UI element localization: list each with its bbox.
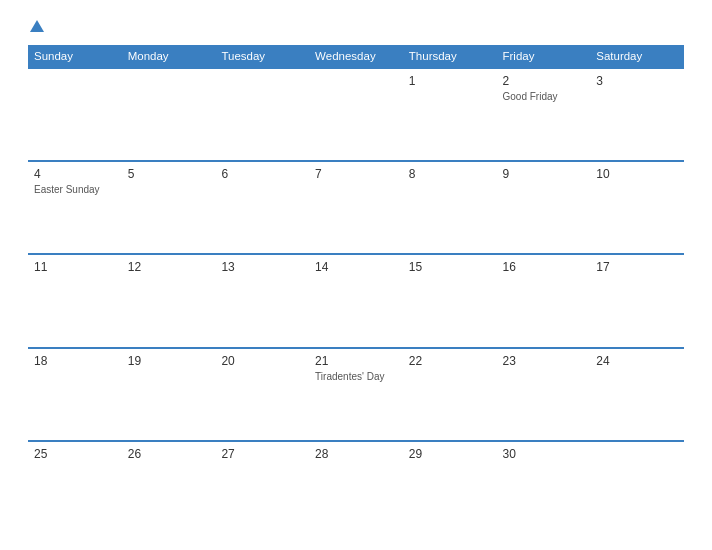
day-number: 6	[221, 167, 303, 181]
calendar-cell: 15	[403, 254, 497, 347]
calendar-cell: 28	[309, 441, 403, 534]
day-number: 8	[409, 167, 491, 181]
calendar-cell	[309, 68, 403, 161]
day-number: 21	[315, 354, 397, 368]
day-number: 16	[503, 260, 585, 274]
calendar-cell: 3	[590, 68, 684, 161]
calendar-cell	[28, 68, 122, 161]
calendar-cell: 22	[403, 348, 497, 441]
day-number: 22	[409, 354, 491, 368]
calendar-cell: 23	[497, 348, 591, 441]
calendar-week-5: 252627282930	[28, 441, 684, 534]
day-number: 27	[221, 447, 303, 461]
calendar-page: SundayMondayTuesdayWednesdayThursdayFrid…	[0, 0, 712, 550]
calendar-cell: 27	[215, 441, 309, 534]
day-number: 4	[34, 167, 116, 181]
day-number: 20	[221, 354, 303, 368]
calendar-header-row: SundayMondayTuesdayWednesdayThursdayFrid…	[28, 45, 684, 68]
calendar-cell: 17	[590, 254, 684, 347]
day-number: 15	[409, 260, 491, 274]
day-number: 11	[34, 260, 116, 274]
calendar-cell: 1	[403, 68, 497, 161]
logo	[28, 20, 44, 33]
holiday-label: Tiradentes' Day	[315, 370, 397, 383]
day-number: 7	[315, 167, 397, 181]
day-number: 1	[409, 74, 491, 88]
calendar-cell: 30	[497, 441, 591, 534]
calendar-cell: 26	[122, 441, 216, 534]
calendar-cell: 21Tiradentes' Day	[309, 348, 403, 441]
calendar-cell: 4Easter Sunday	[28, 161, 122, 254]
weekday-header-sunday: Sunday	[28, 45, 122, 68]
calendar-cell: 5	[122, 161, 216, 254]
day-number: 14	[315, 260, 397, 274]
calendar-cell: 6	[215, 161, 309, 254]
calendar-week-2: 4Easter Sunday5678910	[28, 161, 684, 254]
calendar-header	[28, 20, 684, 33]
day-number: 12	[128, 260, 210, 274]
calendar-cell: 29	[403, 441, 497, 534]
day-number: 23	[503, 354, 585, 368]
weekday-header-wednesday: Wednesday	[309, 45, 403, 68]
weekday-header-saturday: Saturday	[590, 45, 684, 68]
calendar-cell: 25	[28, 441, 122, 534]
day-number: 3	[596, 74, 678, 88]
calendar-cell: 24	[590, 348, 684, 441]
day-number: 2	[503, 74, 585, 88]
calendar-cell: 9	[497, 161, 591, 254]
logo-general	[28, 20, 44, 33]
day-number: 29	[409, 447, 491, 461]
calendar-cell: 16	[497, 254, 591, 347]
calendar-cell: 12	[122, 254, 216, 347]
holiday-label: Good Friday	[503, 90, 585, 103]
calendar-cell	[122, 68, 216, 161]
calendar-cell: 10	[590, 161, 684, 254]
weekday-header-friday: Friday	[497, 45, 591, 68]
day-number: 5	[128, 167, 210, 181]
calendar-table: SundayMondayTuesdayWednesdayThursdayFrid…	[28, 45, 684, 534]
calendar-cell	[590, 441, 684, 534]
calendar-cell: 7	[309, 161, 403, 254]
day-number: 19	[128, 354, 210, 368]
calendar-cell: 19	[122, 348, 216, 441]
day-number: 17	[596, 260, 678, 274]
day-number: 26	[128, 447, 210, 461]
day-number: 9	[503, 167, 585, 181]
calendar-cell: 2Good Friday	[497, 68, 591, 161]
day-number: 18	[34, 354, 116, 368]
calendar-body: 12Good Friday34Easter Sunday567891011121…	[28, 68, 684, 534]
calendar-week-1: 12Good Friday3	[28, 68, 684, 161]
calendar-cell: 14	[309, 254, 403, 347]
weekday-header-thursday: Thursday	[403, 45, 497, 68]
weekday-header-tuesday: Tuesday	[215, 45, 309, 68]
calendar-cell: 13	[215, 254, 309, 347]
weekday-header-monday: Monday	[122, 45, 216, 68]
calendar-cell	[215, 68, 309, 161]
day-number: 10	[596, 167, 678, 181]
logo-triangle-icon	[30, 20, 44, 32]
calendar-cell: 11	[28, 254, 122, 347]
calendar-week-4: 18192021Tiradentes' Day222324	[28, 348, 684, 441]
calendar-cell: 8	[403, 161, 497, 254]
day-number: 28	[315, 447, 397, 461]
holiday-label: Easter Sunday	[34, 183, 116, 196]
calendar-cell: 20	[215, 348, 309, 441]
day-number: 25	[34, 447, 116, 461]
day-number: 24	[596, 354, 678, 368]
day-number: 13	[221, 260, 303, 274]
calendar-cell: 18	[28, 348, 122, 441]
day-number: 30	[503, 447, 585, 461]
calendar-week-3: 11121314151617	[28, 254, 684, 347]
